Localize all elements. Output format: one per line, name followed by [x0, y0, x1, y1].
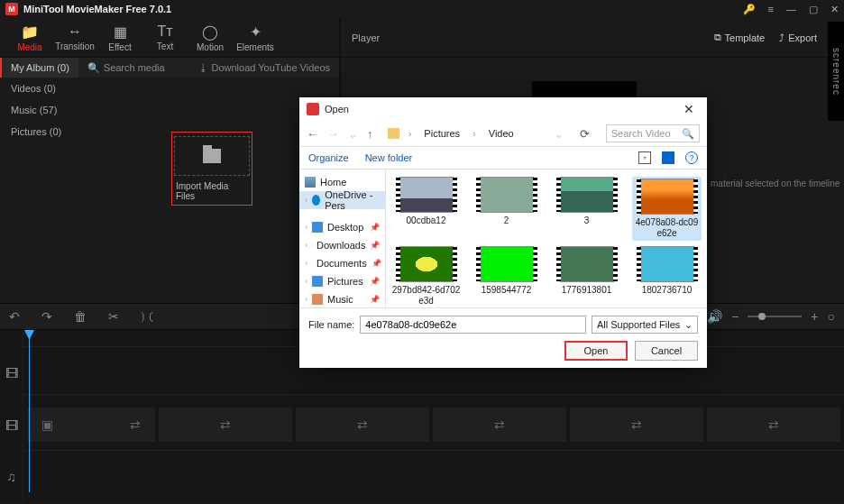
category-item[interactable]: Videos (0) [0, 78, 85, 99]
category-item[interactable]: Music (57) [0, 99, 85, 121]
template-button[interactable]: ⧉Template [714, 32, 766, 43]
file-name-label: 297bd842-6d702e3d [392, 285, 461, 307]
effect-icon: ▦ [114, 23, 127, 41]
zoom-slider[interactable] [748, 316, 802, 317]
file-item[interactable]: 3 [552, 177, 621, 241]
tool-transition[interactable]: ↔Transition [52, 18, 97, 58]
breadcrumb-dropdown-icon[interactable]: ⌄ [554, 127, 564, 141]
breadcrumb-item[interactable]: Video [485, 128, 518, 139]
tool-text[interactable]: TтText [142, 18, 188, 58]
redo-button[interactable]: ↷ [41, 309, 52, 324]
new-folder-button[interactable]: New folder [365, 152, 413, 163]
minimize-icon[interactable]: — [786, 4, 796, 14]
sidebar-item-od[interactable]: ›OneDrive - Pers [299, 191, 385, 209]
tool-motion[interactable]: ◯Motion [188, 18, 233, 58]
zoom-in-button[interactable]: + [811, 309, 818, 324]
open-button[interactable]: Open [564, 341, 628, 361]
file-thumbnail [560, 246, 614, 282]
video-track-icon: 🎞 [0, 347, 23, 399]
close-icon[interactable]: ✕ [830, 4, 839, 15]
file-name-label: 2 [504, 215, 509, 226]
breadcrumb-item[interactable]: Pictures [420, 128, 463, 139]
dialog-search-input[interactable]: Search Video 🔍 [606, 124, 700, 142]
crop-button[interactable]: ⟯⟮ [141, 309, 153, 324]
clip-placeholder[interactable]: ⇄ [433, 408, 566, 442]
player-title: Player [352, 32, 380, 43]
text-icon: Tт [157, 23, 172, 40]
filename-input[interactable] [360, 316, 586, 334]
sidebar-item-pic[interactable]: ›Pictures📌 [299, 272, 385, 290]
main-toolbar: 📁Media↔Transition▦EffectTтText◯Motion✦El… [0, 18, 339, 58]
file-item[interactable]: 4e078a08-dc09e62e [632, 177, 702, 241]
file-thumbnail [640, 246, 694, 282]
search-icon: 🔍 [682, 128, 694, 140]
menu-icon[interactable]: ≡ [768, 4, 774, 14]
help-button[interactable]: ? [685, 151, 698, 164]
clip-placeholder[interactable]: ⇄ [296, 408, 429, 442]
sidebar-item-doc[interactable]: ›Documents📌 [299, 254, 385, 272]
pin-icon: 📌 [370, 295, 380, 304]
audio-icon[interactable]: 🔊 [707, 309, 722, 324]
dialog-title: Open [325, 104, 349, 115]
refresh-button[interactable]: ⟳ [580, 127, 590, 141]
no-media-hint: material selected on the timeline [711, 179, 839, 188]
preview-pane-button[interactable] [662, 151, 674, 164]
export-button[interactable]: ⤴Export [779, 32, 817, 43]
organize-button[interactable]: Organize [308, 152, 349, 163]
file-thumbnail [399, 246, 454, 282]
zoom-fit-button[interactable]: ○ [828, 309, 835, 324]
sidebar-item-mus[interactable]: ›Music📌 [299, 290, 385, 307]
filetype-filter[interactable]: All Supported Files [592, 316, 698, 334]
clip-placeholder[interactable]: ⇄ [159, 408, 292, 442]
undo-button[interactable]: ↶ [9, 309, 20, 324]
file-name-label: 4e078a08-dc09e62e [634, 217, 700, 239]
category-item[interactable]: Pictures (0) [0, 121, 85, 142]
nav-up-button[interactable]: ↑ [367, 127, 373, 141]
file-thumbnail [560, 177, 614, 213]
file-item[interactable]: 297bd842-6d702e3d [391, 246, 461, 307]
file-thumbnail [399, 177, 454, 213]
nav-forward-button[interactable]: → [327, 127, 339, 141]
cancel-button[interactable]: Cancel [635, 341, 698, 361]
playhead[interactable] [29, 330, 30, 492]
file-item[interactable]: 1598544772 [472, 246, 541, 307]
file-item[interactable]: 1776913801 [552, 246, 621, 307]
search-media[interactable]: 🔍Search media [87, 62, 165, 74]
import-label: Import Media Files [176, 181, 248, 201]
clip-placeholder[interactable]: ⇄ [570, 408, 703, 442]
audio-track-icon: ♫ [0, 451, 23, 503]
mus-icon [312, 294, 323, 305]
split-button[interactable]: ✂ [108, 309, 119, 324]
file-item[interactable]: 00cdba12 [391, 177, 461, 241]
maximize-icon[interactable]: ▢ [809, 4, 818, 15]
file-name-label: 1598544772 [482, 285, 532, 296]
zoom-out-button[interactable]: − [731, 309, 738, 324]
tab-my-album[interactable]: My Album (0) [0, 58, 78, 78]
clip-placeholder[interactable]: ▣⇄ [27, 408, 155, 442]
nav-recent-button[interactable]: ⌄ [348, 127, 358, 141]
tool-effect[interactable]: ▦Effect [97, 18, 142, 58]
download-icon: ⭳ [198, 62, 208, 73]
delete-button[interactable]: 🗑 [74, 309, 87, 324]
folder-icon [203, 149, 221, 163]
sidebar-item-home[interactable]: Home [299, 173, 385, 191]
view-mode-button[interactable]: ▫ [638, 151, 651, 164]
file-thumbnail [640, 179, 694, 215]
media-icon: 📁 [21, 23, 39, 41]
tool-elements[interactable]: ✦Elements [233, 18, 278, 58]
dsk-icon [312, 222, 323, 233]
file-item[interactable]: 2 [472, 177, 541, 241]
sidebar-item-dsk[interactable]: ›Desktop📌 [299, 218, 385, 236]
sidebar-item-dl[interactable]: ›Downloads📌 [299, 236, 385, 254]
clip-placeholder[interactable]: ⇄ [707, 408, 840, 442]
download-youtube-button[interactable]: ⭳Download YouTube Videos [198, 62, 331, 73]
titlebar: M MiniTool MovieMaker Free 7.0.1 🔑 ≡ — ▢… [0, 0, 844, 18]
file-name-label: 1802736710 [642, 285, 693, 296]
file-item[interactable]: 1802736710 [632, 246, 702, 307]
file-thumbnail [480, 177, 534, 213]
nav-back-button[interactable]: ← [307, 127, 318, 141]
key-icon[interactable]: 🔑 [743, 4, 756, 15]
import-media-dropzone[interactable]: Import Media Files [171, 132, 252, 206]
dialog-close-button[interactable]: ✕ [678, 102, 700, 116]
tool-media[interactable]: 📁Media [7, 18, 52, 58]
